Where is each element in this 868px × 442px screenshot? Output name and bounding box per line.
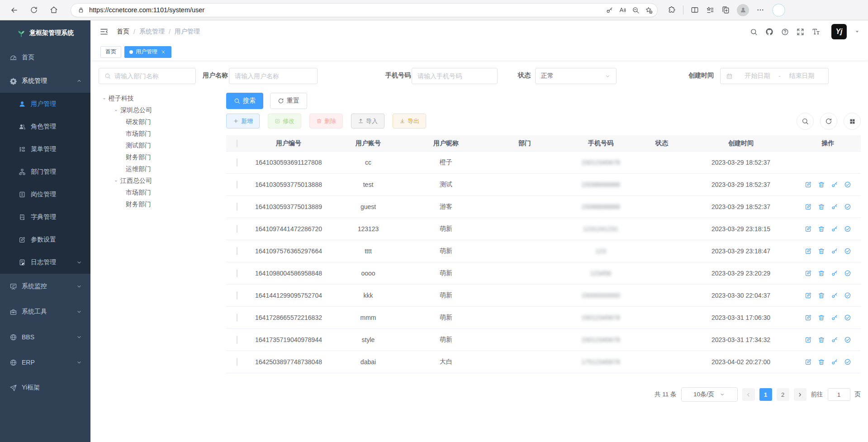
import-button[interactable]: 导入 (351, 114, 384, 128)
row-delete-icon[interactable] (818, 247, 825, 255)
sidebar-item-log-mgmt[interactable]: 日志管理 (0, 251, 90, 274)
home-icon[interactable] (47, 3, 61, 17)
row-delete-icon[interactable] (818, 314, 825, 321)
row-edit-icon[interactable] (805, 181, 812, 188)
row-assign-role-icon[interactable] (844, 247, 851, 255)
status-select[interactable]: 正常 (535, 68, 617, 84)
row-assign-role-icon[interactable] (844, 181, 851, 188)
fullscreen-icon[interactable] (797, 28, 804, 36)
row-reset-password-icon[interactable] (831, 203, 838, 210)
sidebar-item-home[interactable]: 首页 (0, 46, 90, 69)
next-page-button[interactable] (794, 388, 806, 401)
row-assign-role-icon[interactable] (844, 292, 851, 299)
browser-profile-avatar[interactable] (737, 4, 749, 16)
row-assign-role-icon[interactable] (844, 270, 851, 277)
sidebar-item-dept-mgmt[interactable]: 部门管理 (0, 161, 90, 183)
row-edit-icon[interactable] (805, 336, 812, 343)
tree-node[interactable]: 运维部门 (100, 163, 220, 175)
collections-icon[interactable] (721, 6, 730, 14)
row-reset-password-icon[interactable] (831, 292, 838, 299)
tree-node[interactable]: 市场部门 (100, 187, 220, 199)
table-search-toggle-icon[interactable] (797, 113, 814, 130)
row-reset-password-icon[interactable] (831, 358, 838, 366)
sidebar-item-bbs[interactable]: BBS (0, 324, 90, 350)
tree-node[interactable]: 财务部门 (100, 199, 220, 210)
reset-button[interactable]: 重置 (270, 93, 307, 109)
page-button-1[interactable]: 1 (759, 388, 772, 401)
row-checkbox[interactable] (237, 269, 237, 277)
extensions-icon[interactable] (668, 6, 676, 14)
help-icon[interactable] (781, 28, 789, 36)
start-date[interactable]: 开始日期 (736, 72, 778, 80)
row-checkbox[interactable] (237, 291, 237, 299)
goto-page-input[interactable] (828, 388, 850, 401)
row-checkbox[interactable] (237, 181, 237, 189)
phone-field[interactable] (417, 72, 492, 80)
tag-user-mgmt[interactable]: 用户管理 (124, 46, 171, 58)
tree-node[interactable]: 研发部门 (100, 116, 220, 128)
password-key-icon[interactable] (606, 6, 613, 14)
copilot-icon[interactable] (772, 3, 786, 17)
row-delete-icon[interactable] (818, 292, 825, 299)
refresh-icon[interactable] (27, 3, 41, 17)
sidebar-item-erp[interactable]: ERP (0, 350, 90, 375)
close-icon[interactable] (160, 49, 166, 55)
row-reset-password-icon[interactable] (831, 181, 838, 188)
app-logo[interactable]: 意框架管理系统 (0, 20, 90, 46)
sidebar-item-menu-mgmt[interactable]: 菜单管理 (0, 138, 90, 161)
tree-node[interactable]: 深圳总公司 (100, 105, 220, 116)
tree-node[interactable]: 测试部门 (100, 140, 220, 152)
more-menu-icon[interactable] (756, 6, 764, 14)
page-size-select[interactable]: 10条/页 (681, 387, 738, 402)
back-icon[interactable] (7, 3, 21, 17)
breadcrumb-system-mgmt[interactable]: 系统管理 (139, 28, 165, 36)
zoom-out-icon[interactable] (632, 6, 640, 14)
row-reset-password-icon[interactable] (831, 336, 838, 343)
sidebar-item-system-monitor[interactable]: 系统监控 (0, 274, 90, 299)
row-edit-icon[interactable] (805, 270, 812, 277)
delete-button[interactable]: 删除 (309, 114, 343, 128)
favorites-bar-icon[interactable] (706, 6, 714, 14)
github-icon[interactable] (765, 28, 773, 36)
row-assign-role-icon[interactable] (844, 203, 851, 210)
tree-node[interactable]: 财务部门 (100, 152, 220, 163)
dept-search-input[interactable] (99, 68, 196, 84)
tree-node[interactable]: 市场部门 (100, 128, 220, 140)
sidebar-item-role-mgmt[interactable]: 角色管理 (0, 115, 90, 138)
read-aloud-icon[interactable] (619, 6, 626, 14)
row-delete-icon[interactable] (818, 225, 825, 233)
row-delete-icon[interactable] (818, 203, 825, 210)
row-delete-icon[interactable] (818, 181, 825, 188)
sidebar-item-system-tools[interactable]: 系统工具 (0, 299, 90, 324)
row-assign-role-icon[interactable] (844, 336, 851, 343)
dept-search-field[interactable] (114, 72, 190, 80)
caret-down-icon[interactable] (100, 96, 108, 101)
header-search-icon[interactable] (750, 28, 758, 36)
row-assign-role-icon[interactable] (844, 314, 851, 321)
row-reset-password-icon[interactable] (831, 314, 838, 321)
row-reset-password-icon[interactable] (831, 225, 838, 233)
sidebar-item-param-settings[interactable]: 参数设置 (0, 228, 90, 251)
caret-down-icon[interactable] (112, 108, 119, 113)
row-edit-icon[interactable] (805, 314, 812, 321)
export-button[interactable]: 导出 (393, 114, 426, 128)
table-refresh-icon[interactable] (820, 113, 837, 130)
row-checkbox[interactable] (237, 158, 237, 166)
avatar-caret-icon[interactable] (854, 29, 860, 34)
row-reset-password-icon[interactable] (831, 270, 838, 277)
tree-node[interactable]: 江西总公司 (100, 175, 220, 187)
url-text[interactable]: https://ccnetcore.com:1101/system/user (89, 6, 606, 14)
sidebar-item-yi-framework[interactable]: Yi框架 (0, 375, 90, 400)
split-screen-icon[interactable] (691, 6, 699, 14)
row-checkbox[interactable] (237, 225, 237, 233)
add-button[interactable]: 新增 (226, 114, 260, 128)
sidebar-item-user-mgmt[interactable]: 用户管理 (0, 93, 90, 115)
row-assign-role-icon[interactable] (844, 225, 851, 233)
address-bar[interactable]: https://ccnetcore.com:1101/system/user (71, 3, 658, 17)
row-edit-icon[interactable] (805, 247, 812, 255)
username-input[interactable] (229, 68, 318, 84)
row-delete-icon[interactable] (818, 358, 825, 366)
tag-home[interactable]: 首页 (100, 46, 121, 58)
sidebar-item-post-mgmt[interactable]: 岗位管理 (0, 183, 90, 206)
caret-down-icon[interactable] (112, 179, 119, 184)
